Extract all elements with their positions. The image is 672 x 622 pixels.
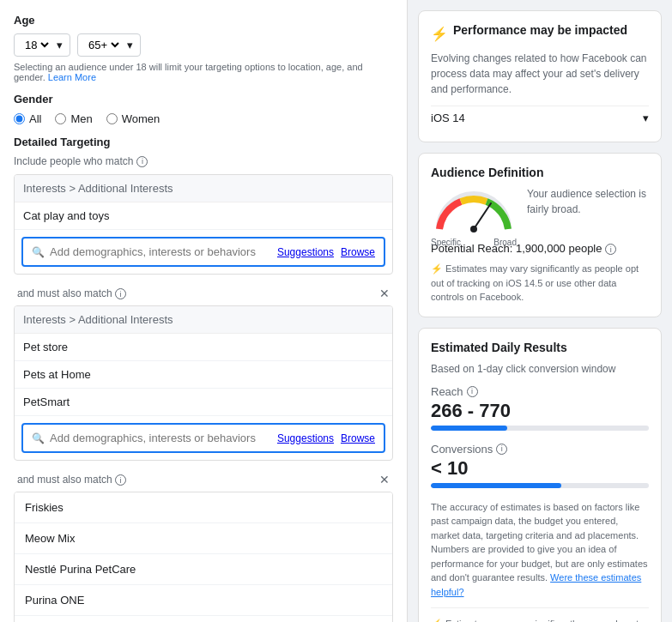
block1-tag-0: Cat play and toys xyxy=(15,202,392,230)
perf-icon-small: ⚡ xyxy=(431,263,443,274)
ios-dropdown[interactable]: iOS 14 ▾ xyxy=(431,106,649,130)
block1-search-input[interactable] xyxy=(50,245,272,258)
audience-card: Audience Definition xyxy=(418,153,662,317)
conversions-label-row: Conversions i xyxy=(431,443,649,456)
block2-search-links: Suggestions Browse xyxy=(277,432,375,444)
gender-label: Gender xyxy=(14,93,393,106)
dropdown-item-2[interactable]: Nestlé Purina PetCare xyxy=(15,554,392,585)
conversions-value: < 10 xyxy=(431,457,649,480)
gender-row: All Men Women xyxy=(14,112,393,125)
conversions-progress-bar xyxy=(431,483,649,488)
reach-value: 266 - 770 xyxy=(431,400,649,422)
block1-search-icon: 🔍 xyxy=(32,246,45,258)
accuracy-note: The accuracy of estimates is based on fa… xyxy=(431,500,649,600)
block1-browse-link[interactable]: Browse xyxy=(341,246,375,258)
gender-women-option[interactable]: Women xyxy=(106,112,160,125)
include-info-icon[interactable]: i xyxy=(136,156,148,167)
ios-perf-icon-small: ⚡ xyxy=(431,619,443,622)
reach-progress-fill xyxy=(431,426,507,431)
block2-breadcrumb-text: Interests > Additional Interests xyxy=(23,313,173,326)
learn-more-link[interactable]: Learn More xyxy=(48,72,96,82)
performance-icon: ⚡ xyxy=(431,26,448,42)
block1-breadcrumb: Interests > Additional Interests xyxy=(15,175,392,202)
include-label: Include people who match i xyxy=(14,155,393,167)
gender-all-option[interactable]: All xyxy=(14,112,41,125)
gender-men-option[interactable]: Men xyxy=(55,112,92,125)
audience-gauge: Specific Broad xyxy=(431,186,517,233)
block1-suggestions-link[interactable]: Suggestions xyxy=(277,246,334,258)
dropdown-item-3[interactable]: Purina ONE xyxy=(15,585,392,616)
performance-title: Performance may be impacted xyxy=(453,23,627,37)
dropdown-item-0[interactable]: Friskies xyxy=(15,492,392,523)
block2-tag-1: Pets at Home xyxy=(15,361,392,389)
ios-label: iOS 14 xyxy=(431,112,465,124)
suggestions-dropdown: Friskies Meow Mix Nestlé Purina PetCare … xyxy=(14,492,393,622)
audience-estimate-note: ⚡ Estimates may vary significantly as pe… xyxy=(431,262,649,305)
separator xyxy=(431,607,649,608)
block2-tag-0: Pet store xyxy=(15,334,392,361)
targeting-block-2: Interests > Additional Interests Pet sto… xyxy=(14,305,393,461)
age-min-select[interactable]: 18212535 ▾ xyxy=(14,33,70,57)
gender-all-label: All xyxy=(29,112,41,125)
dropdown-item-1[interactable]: Meow Mix xyxy=(15,523,392,554)
block2-search-input[interactable] xyxy=(50,432,272,444)
dropdown-scroll-area[interactable]: Friskies Meow Mix Nestlé Purina PetCare … xyxy=(15,492,392,622)
gauge-broad-label: Broad xyxy=(493,238,517,247)
gender-women-label: Women xyxy=(122,112,160,125)
age-max-select[interactable]: 65+554535 ▾ xyxy=(77,33,141,57)
block2-search-bar[interactable]: 🔍 Suggestions Browse xyxy=(21,423,385,453)
and-match-2: and must also match i ✕ xyxy=(14,468,393,492)
age-min-chevron-icon: ▾ xyxy=(57,39,63,51)
targeting-block-1: Interests > Additional Interests Cat pla… xyxy=(14,174,393,275)
dropdown-item-4[interactable]: Royal Canin xyxy=(15,616,392,622)
and-match-2-close-button[interactable]: ✕ xyxy=(379,473,390,486)
gender-women-radio[interactable] xyxy=(106,113,118,124)
age-row: 18212535 ▾ 65+554535 ▾ xyxy=(14,33,393,57)
performance-text: Evolving changes related to how Facebook… xyxy=(431,51,649,97)
gauge-container: Specific Broad Your audience selection i… xyxy=(431,186,649,233)
block1-search-links: Suggestions Browse xyxy=(277,246,375,258)
block2-browse-link[interactable]: Browse xyxy=(341,432,375,444)
conversions-label: Conversions xyxy=(431,443,493,456)
svg-point-1 xyxy=(470,226,477,232)
and-match-1: and must also match i ✕ xyxy=(14,281,393,305)
gender-all-radio[interactable] xyxy=(14,113,25,124)
block2-tag-2: PetSmart xyxy=(15,389,392,416)
reach-info-icon[interactable]: i xyxy=(467,386,478,397)
block2-breadcrumb: Interests > Additional Interests xyxy=(15,306,392,334)
reach-label: Reach xyxy=(431,385,463,398)
block1-breadcrumb-text: Interests > Additional Interests xyxy=(23,182,173,195)
reach-label-row: Reach i xyxy=(431,385,649,398)
ios-chevron-icon: ▾ xyxy=(643,112,649,124)
and-match-2-info-icon[interactable]: i xyxy=(115,474,126,486)
age-label: Age xyxy=(14,14,393,27)
block1-search-bar[interactable]: 🔍 Suggestions Browse xyxy=(21,237,385,267)
age-min-dropdown[interactable]: 18212535 xyxy=(21,38,51,52)
daily-results-subtitle: Based on 1-day click conversion window xyxy=(431,361,649,377)
detailed-targeting-label: Detailed Targeting xyxy=(14,136,393,148)
audience-desc: Your audience selection is fairly broad. xyxy=(527,186,649,217)
block2-suggestions-link[interactable]: Suggestions xyxy=(277,432,334,444)
age-warning: Selecting an audience under 18 will limi… xyxy=(14,62,393,82)
conversions-progress-fill xyxy=(431,483,561,488)
svg-line-0 xyxy=(474,203,491,229)
gender-men-label: Men xyxy=(70,112,92,125)
ios-daily-note: ⚡ Estimates may vary significantly as pe… xyxy=(431,617,649,622)
reach-progress-bar xyxy=(431,426,649,431)
and-match-1-close-button[interactable]: ✕ xyxy=(379,287,390,300)
and-match-1-info-icon[interactable]: i xyxy=(115,288,126,299)
performance-card: ⚡ Performance may be impacted Evolving c… xyxy=(418,10,662,142)
gender-men-radio[interactable] xyxy=(55,113,66,124)
block2-search-icon: 🔍 xyxy=(32,432,45,444)
gauge-specific-label: Specific xyxy=(431,238,461,247)
potential-reach-info-icon[interactable]: i xyxy=(605,244,616,255)
age-max-dropdown[interactable]: 65+554535 xyxy=(85,38,122,52)
daily-results-title: Estimated Daily Results xyxy=(431,341,649,354)
conversions-info-icon[interactable]: i xyxy=(496,444,507,455)
daily-results-card: Estimated Daily Results Based on 1-day c… xyxy=(418,328,662,622)
age-max-chevron-icon: ▾ xyxy=(127,39,133,51)
audience-title: Audience Definition xyxy=(431,166,649,179)
